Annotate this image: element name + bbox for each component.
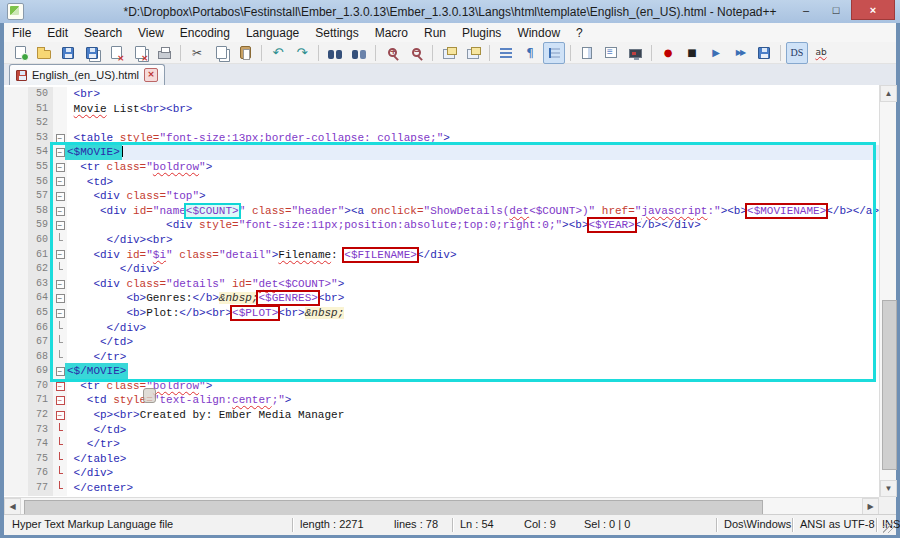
- code-line-text[interactable]: </tr>: [67, 350, 879, 365]
- bookmark-margin[interactable]: [4, 160, 28, 175]
- macro-play-icon[interactable]: ▶: [705, 42, 727, 64]
- redo-icon[interactable]: ↷: [291, 42, 313, 64]
- find-icon[interactable]: [324, 42, 346, 64]
- spell-settings-icon[interactable]: ab: [810, 42, 832, 64]
- cut-icon[interactable]: ✂: [186, 42, 208, 64]
- bookmark-margin[interactable]: [4, 189, 28, 204]
- menu-encoding[interactable]: Encoding: [172, 23, 238, 42]
- code-line-text[interactable]: <div id="name<$COUNT>" class="header"><a…: [67, 204, 879, 219]
- fold-collapse-icon[interactable]: −: [56, 192, 65, 201]
- code-editor[interactable]: 50 <br>51 Movie List<br><br>5253− <table…: [4, 85, 879, 497]
- code-line-text[interactable]: <td style="text-align:center;">: [67, 393, 879, 408]
- menu-run[interactable]: Run: [416, 23, 454, 42]
- copy-icon[interactable]: [210, 42, 232, 64]
- code-line-text[interactable]: </td>: [67, 335, 879, 350]
- macro-record-icon[interactable]: ●: [657, 42, 679, 64]
- code-line-text[interactable]: <div style="font-size:11px;position:abso…: [67, 218, 879, 233]
- status-encoding[interactable]: ANSI as UTF-8: [800, 518, 875, 530]
- bookmark-margin[interactable]: [4, 218, 28, 233]
- fold-collapse-icon[interactable]: −: [56, 280, 65, 289]
- fold-collapse-icon[interactable]: −: [56, 367, 65, 376]
- code-line-text[interactable]: <b>Plot:</b><br><$PLOT><br>&nbsp;: [67, 306, 879, 321]
- macro-save-icon[interactable]: [753, 42, 775, 64]
- code-line-text[interactable]: </td>: [67, 423, 879, 438]
- menu-file[interactable]: File: [4, 23, 39, 42]
- word-wrap-icon[interactable]: [495, 42, 517, 64]
- fold-collapse-icon[interactable]: −: [56, 411, 65, 420]
- fold-collapse-icon[interactable]: −: [56, 221, 65, 230]
- scroll-down-icon[interactable]: ▼: [880, 480, 897, 497]
- bookmark-margin[interactable]: [4, 87, 28, 102]
- menu-edit[interactable]: Edit: [39, 23, 76, 42]
- bookmark-margin[interactable]: [4, 233, 28, 248]
- code-line-text[interactable]: </tr>: [67, 437, 879, 452]
- code-line-text[interactable]: <div class="details" id="det<$COUNT>">: [67, 277, 879, 292]
- vertical-scrollbar[interactable]: ▲ ▼: [879, 85, 896, 497]
- close-icon[interactable]: [105, 42, 127, 64]
- status-eol-format[interactable]: Dos\Windows: [724, 518, 791, 530]
- bookmark-margin[interactable]: [4, 379, 28, 394]
- code-line-text[interactable]: </div>: [67, 321, 879, 336]
- scroll-right-icon[interactable]: ▶: [862, 498, 879, 515]
- horizontal-scrollbar[interactable]: ◀ ▶: [4, 497, 879, 514]
- zoom-out-icon[interactable]: [405, 42, 427, 64]
- code-line-text[interactable]: </div>: [67, 262, 879, 277]
- code-line-text[interactable]: <$/MOVIE>: [67, 364, 879, 379]
- bookmark-margin[interactable]: [4, 466, 28, 481]
- minimize-button[interactable]: –: [791, 0, 821, 19]
- code-line-text[interactable]: </center>: [67, 481, 879, 496]
- bookmark-margin[interactable]: [4, 204, 28, 219]
- bookmark-margin[interactable]: [4, 350, 28, 365]
- document-map-icon[interactable]: [576, 42, 598, 64]
- code-line-text[interactable]: <b>Genres:</b>&nbsp;<$GENRES><br>: [67, 291, 879, 306]
- bookmark-margin[interactable]: [4, 291, 28, 306]
- bookmark-margin[interactable]: [4, 145, 28, 160]
- bookmark-margin[interactable]: [4, 306, 28, 321]
- macro-run-multiple-icon[interactable]: ▶▶: [729, 42, 751, 64]
- menu-settings[interactable]: Settings: [307, 23, 366, 42]
- open-icon[interactable]: [33, 42, 55, 64]
- show-all-characters-icon[interactable]: ¶: [519, 42, 541, 64]
- sync-vertical-icon[interactable]: [438, 42, 460, 64]
- bookmark-margin[interactable]: [4, 364, 28, 379]
- code-line-text[interactable]: Movie List<br><br>: [67, 102, 879, 117]
- bookmark-margin[interactable]: [4, 277, 28, 292]
- bookmark-margin[interactable]: [4, 408, 28, 423]
- code-line-text[interactable]: <tr class="boldrow">: [67, 379, 879, 394]
- save-all-icon[interactable]: [81, 42, 103, 64]
- menu-window[interactable]: Window: [509, 23, 568, 42]
- bookmark-margin[interactable]: [4, 248, 28, 263]
- bookmark-margin[interactable]: [4, 262, 28, 277]
- new-file-icon[interactable]: [9, 42, 31, 64]
- scroll-up-icon[interactable]: ▲: [880, 85, 897, 102]
- bookmark-margin[interactable]: [4, 321, 28, 336]
- bookmark-margin[interactable]: [4, 335, 28, 350]
- paste-icon[interactable]: [234, 42, 256, 64]
- vertical-scroll-thumb[interactable]: [882, 300, 897, 470]
- tab-english-en-us[interactable]: English_(en_US).html ×: [9, 64, 165, 85]
- bookmark-margin[interactable]: [4, 116, 28, 131]
- fold-collapse-icon[interactable]: −: [56, 309, 65, 318]
- bookmark-margin[interactable]: [4, 437, 28, 452]
- menu-macro[interactable]: Macro: [367, 23, 416, 42]
- menu-plugins[interactable]: Plugins: [454, 23, 509, 42]
- sync-horizontal-icon[interactable]: [462, 42, 484, 64]
- print-icon[interactable]: [153, 42, 175, 64]
- fold-collapse-icon[interactable]: −: [56, 250, 65, 259]
- maximize-button[interactable]: □: [821, 0, 851, 19]
- close-button[interactable]: ×: [851, 0, 895, 20]
- fold-collapse-icon[interactable]: −: [56, 134, 65, 143]
- code-line-text[interactable]: </div>: [67, 466, 879, 481]
- menu-view[interactable]: View: [130, 23, 172, 42]
- macro-stop-icon[interactable]: ■: [681, 42, 703, 64]
- undo-icon[interactable]: ↶: [267, 42, 289, 64]
- code-line-text[interactable]: <p><br>Created by: Ember Media Manager: [67, 408, 879, 423]
- monitor-icon[interactable]: [624, 42, 646, 64]
- fold-collapse-icon[interactable]: −: [56, 396, 65, 405]
- save-icon[interactable]: [57, 42, 79, 64]
- menu-help[interactable]: ?: [568, 23, 591, 42]
- fold-collapse-icon[interactable]: −: [56, 207, 65, 216]
- fold-collapse-icon[interactable]: −: [56, 163, 65, 172]
- replace-icon[interactable]: [348, 42, 370, 64]
- menu-language[interactable]: Language: [238, 23, 307, 42]
